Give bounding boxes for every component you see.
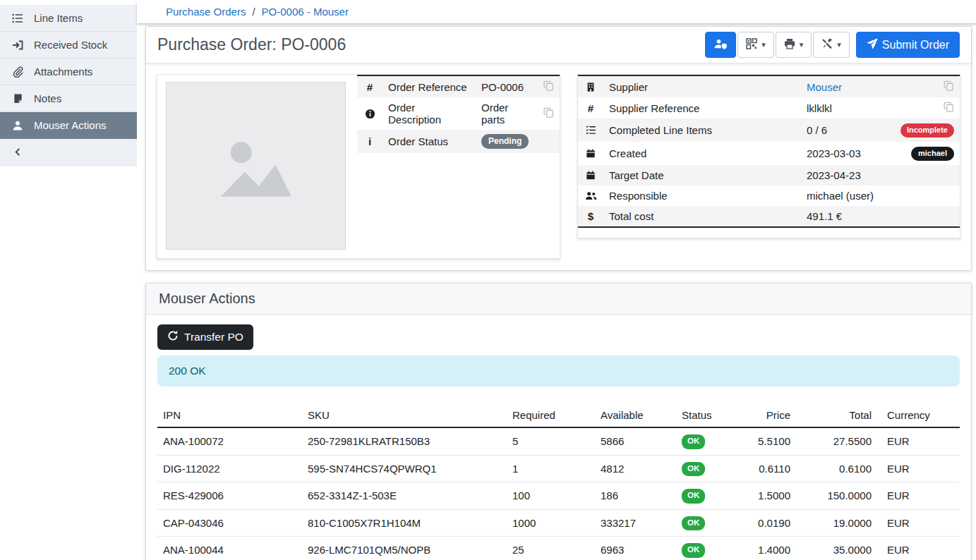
table-row: $ Total cost 491.1 € <box>578 206 960 227</box>
breadcrumb-separator: / <box>252 6 255 18</box>
qrcode-icon <box>746 38 757 51</box>
order-info-table: Supplier Mouser # Supplier Reference <box>578 75 960 228</box>
sign-in-icon <box>11 39 24 51</box>
paper-plane-icon <box>867 38 878 52</box>
status-alert-text: 200 OK <box>169 365 206 377</box>
table-row: ANA-100072 250-72981KLRATR150B3 5 5866 O… <box>157 427 960 455</box>
barcode-actions-button[interactable]: ▾ <box>737 32 774 58</box>
sidebar-item-mouser-actions[interactable]: Mouser Actions <box>0 112 137 139</box>
main-content: Purchase Orders / PO-0006 - Mouser Purch… <box>137 0 976 560</box>
detail-value: lklklkl <box>801 97 888 118</box>
status-alert: 200 OK <box>157 355 960 386</box>
column-header-available: Available <box>595 403 676 427</box>
sidebar-item-notes[interactable]: Notes <box>0 85 137 112</box>
sidebar-item-line-items[interactable]: Line Items <box>0 5 137 32</box>
ipn-cell: ANA-100072 <box>157 427 302 455</box>
detail-label: Order Description <box>382 97 476 130</box>
price-cell: 0.0190 <box>747 509 796 537</box>
sidebar-collapse-button[interactable] <box>0 139 137 166</box>
total-cell: 0.6100 <box>796 455 877 482</box>
sku-cell: 250-72981KLRATR150B3 <box>302 427 507 455</box>
copy-icon[interactable] <box>944 102 954 112</box>
table-row: Target Date 2023-04-23 <box>578 165 960 185</box>
required-cell: 1000 <box>507 509 595 537</box>
copy-icon[interactable] <box>543 107 554 118</box>
tools-icon <box>821 38 833 51</box>
panel-title: Mouser Actions <box>159 291 958 307</box>
ipn-cell: DIG-112022 <box>157 455 302 482</box>
total-cell: 35.0000 <box>796 537 877 560</box>
print-actions-button[interactable]: ▾ <box>776 32 812 58</box>
order-summary-card: # Order Reference PO-0006 <box>157 74 560 259</box>
sidebar-item-attachments[interactable]: Attachments <box>0 59 137 85</box>
available-cell: 4812 <box>595 455 676 482</box>
order-details-table: # Order Reference PO-0006 <box>357 75 560 153</box>
printer-icon <box>784 38 795 51</box>
user-icon <box>11 120 24 131</box>
detail-label: Responsible <box>603 185 801 206</box>
detail-label: Order Reference <box>382 75 476 97</box>
mouser-actions-panel: Mouser Actions Transfer PO 200 OK <box>145 283 972 560</box>
order-image-placeholder <box>166 82 346 250</box>
submit-order-label: Submit Order <box>882 39 949 51</box>
column-header-price: Price <box>747 403 796 427</box>
table-row: DIG-112022 595-SN74HCS74QPWRQ1 1 4812 OK… <box>157 455 960 482</box>
detail-label: Completed Line Items <box>603 118 801 142</box>
table-row: Supplier Mouser <box>578 75 960 97</box>
caret-down-icon: ▾ <box>837 41 841 49</box>
detail-value: PO-0006 <box>476 75 538 97</box>
required-cell: 100 <box>507 482 595 510</box>
sidebar-item-label: Attachments <box>34 66 92 78</box>
table-row: Completed Line Items 0 / 6 Incomplete <box>578 118 960 142</box>
currency-cell: EUR <box>877 537 960 560</box>
breadcrumb: Purchase Orders / PO-0006 - Mouser <box>137 0 976 23</box>
table-row: # Order Reference PO-0006 <box>357 75 560 97</box>
purchase-order-header: Purchase Order: PO-0006 ▾ <box>146 27 971 63</box>
copy-icon[interactable] <box>944 80 954 91</box>
users-icon <box>578 185 603 206</box>
incomplete-badge: Incomplete <box>900 123 954 138</box>
status-badge: OK <box>682 489 705 504</box>
column-header-currency: Currency <box>877 403 960 427</box>
ipn-cell: ANA-100044 <box>157 537 302 560</box>
order-actions-button-group: ▾ ▾ ▾ <box>705 32 850 58</box>
breadcrumb-link-purchase-orders[interactable]: Purchase Orders <box>166 6 246 18</box>
transfer-po-label: Transfer PO <box>184 331 243 343</box>
transfer-po-button[interactable]: Transfer PO <box>157 324 253 350</box>
detail-value: Order parts <box>476 97 538 130</box>
table-row: Order Description Order parts <box>357 97 560 130</box>
sku-cell: 652-3314Z-1-503E <box>302 482 507 510</box>
detail-label: Supplier <box>603 75 801 97</box>
sidebar-item-received-stock[interactable]: Received Stock <box>0 32 137 59</box>
line-items-table: IPN SKU Required Available Status Price … <box>157 403 960 560</box>
submit-order-button[interactable]: Submit Order <box>856 32 960 58</box>
order-tools-button[interactable]: ▾ <box>813 32 850 58</box>
purchase-order-body: # Order Reference PO-0006 <box>146 63 971 270</box>
sku-cell: 595-SN74HCS74QPWRQ1 <box>302 455 507 482</box>
image-icon <box>203 113 309 219</box>
status-badge: OK <box>682 434 705 449</box>
detail-label: Total cost <box>603 206 801 227</box>
supplier-link[interactable]: Mouser <box>807 81 842 93</box>
sidebar-item-label: Mouser Actions <box>34 119 107 131</box>
table-row: Created 2023-03-03 michael <box>578 142 960 165</box>
copy-icon[interactable] <box>543 80 554 91</box>
detail-value: 2023-04-23 <box>801 165 888 185</box>
caret-down-icon: ▾ <box>800 41 804 49</box>
sku-cell: 810-C1005X7R1H104M <box>302 509 507 537</box>
list-check-icon <box>578 118 603 142</box>
currency-cell: EUR <box>877 482 960 510</box>
available-cell: 333217 <box>595 509 676 537</box>
price-cell: 0.6110 <box>747 455 796 482</box>
column-header-required: Required <box>507 403 595 427</box>
available-cell: 186 <box>595 482 676 510</box>
table-row: # Supplier Reference lklklkl <box>578 97 960 118</box>
user-permissions-button[interactable] <box>705 32 736 58</box>
hash-icon: # <box>364 81 375 93</box>
mouser-actions-header: Mouser Actions <box>146 284 971 315</box>
currency-cell: EUR <box>877 509 960 537</box>
toolbar: ▾ ▾ ▾ <box>705 32 960 58</box>
detail-label: Supplier Reference <box>603 97 801 118</box>
info-circle-icon <box>357 97 382 130</box>
breadcrumb-link-current-order[interactable]: PO-0006 - Mouser <box>262 6 349 18</box>
